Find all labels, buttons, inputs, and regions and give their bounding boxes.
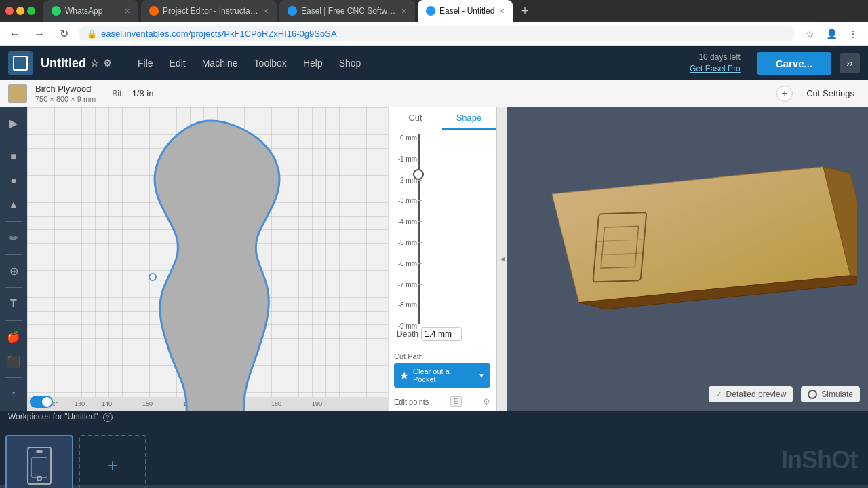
nav-file[interactable]: File <box>131 54 160 73</box>
window-close-btn[interactable] <box>5 7 14 15</box>
back-button[interactable]: ← <box>5 24 24 43</box>
tab-whatsapp[interactable]: WhatsApp × <box>43 0 138 22</box>
workpieces-label-text: Workpieces for "Untitled" <box>8 412 98 421</box>
cut-path-selector[interactable]: ★ Clear out a Pocket ▼ <box>394 363 490 388</box>
simulate-button[interactable]: Simulate <box>801 386 860 402</box>
window-minimize-btn[interactable] <box>16 7 24 15</box>
tab-easel-free-title: Easel | Free CNC Software | Inve... <box>301 6 397 16</box>
phone-home-btn <box>37 476 42 481</box>
nav-help[interactable]: Help <box>296 54 330 73</box>
nav-shop[interactable]: Shop <box>332 54 368 73</box>
star-icon[interactable]: ☆ <box>90 58 99 69</box>
workpiece-icon-1 <box>27 447 52 485</box>
tab-whatsapp-title: WhatsApp <box>65 6 121 16</box>
new-tab-button[interactable]: + <box>515 1 534 20</box>
tab-whatsapp-close[interactable]: × <box>125 5 130 16</box>
target-tool-btn[interactable]: ⊕ <box>3 260 24 282</box>
simulate-icon <box>808 390 817 399</box>
depth-indicator-circle[interactable] <box>413 169 424 180</box>
tab-easel-untitled[interactable]: Easel - Untitled × <box>418 0 513 22</box>
tab-easel-free[interactable]: Easel | Free CNC Software | Inve... × <box>279 0 415 22</box>
nav-toolbox[interactable]: Toolbox <box>248 54 294 73</box>
main-content: ▶ ■ ● ▲ ✏ ⊕ T 🍎 ⬛ ↑ inch 130 140 <box>0 107 868 411</box>
material-info: Birch Plywood 750 × 800 × 9 mm <box>35 83 96 104</box>
depth-mark-4: -4 mm <box>397 218 422 225</box>
toggle-switch[interactable] <box>30 396 53 408</box>
preview-3d <box>507 107 868 411</box>
cut-settings-button[interactable]: Cut Settings <box>801 86 860 101</box>
depth-mark-6: -6 mm <box>397 260 422 267</box>
selection-handle[interactable] <box>149 274 156 280</box>
add-workpiece-button[interactable]: + <box>79 435 146 488</box>
shape-svg[interactable] <box>81 114 353 411</box>
phone-shape <box>27 447 52 485</box>
tab-easel-untitled-close[interactable]: × <box>499 5 505 16</box>
edit-points-button[interactable]: Edit points <box>394 398 429 406</box>
panel-settings-icon[interactable]: ⚙ <box>483 397 490 407</box>
toolbar-divider-6 <box>5 377 22 378</box>
depth-scale: 0 mm -1 mm -2 mm -3 mm <box>397 134 488 324</box>
body-shape-path[interactable] <box>155 121 279 411</box>
nav-machine[interactable]: Machine <box>195 54 245 73</box>
add-material-button[interactable]: + <box>776 86 793 102</box>
add-plus-icon: + <box>107 455 118 476</box>
circle-tool-btn[interactable]: ● <box>3 170 24 191</box>
canvas-area[interactable]: inch 130 140 150 160 170 180 190 <box>27 107 388 411</box>
menu-button[interactable]: ⋮ <box>844 24 863 43</box>
easel-free-favicon <box>288 6 297 16</box>
window-maximize-btn[interactable] <box>27 7 35 15</box>
forward-button[interactable]: → <box>30 24 49 43</box>
detailed-preview-button[interactable]: ✓ Detailed preview <box>709 386 793 402</box>
toolbar-divider-4 <box>5 287 22 288</box>
bit-label: Bit: <box>112 89 123 98</box>
preview-panel: ✓ Detailed preview Simulate <box>507 107 868 411</box>
depth-mark-5: -5 mm <box>397 239 422 246</box>
top-nav: Untitled ☆ ⚙ File Edit Machine Toolbox H… <box>0 46 868 80</box>
app-logo-inner <box>13 56 28 71</box>
cut-path-option-text: Clear out a Pocket <box>413 367 474 383</box>
tab-instructables[interactable]: Project Editor - Instructables × <box>141 0 277 22</box>
depth-mark-8: -8 mm <box>397 301 422 309</box>
nav-edit[interactable]: Edit <box>163 54 193 73</box>
triangle-tool-btn[interactable]: ▲ <box>3 194 24 216</box>
app-logo <box>8 51 33 75</box>
edit-points-row: Edit points E ⚙ <box>389 392 496 411</box>
cut-path-star-icon: ★ <box>399 369 409 382</box>
rectangle-tool-btn[interactable]: ■ <box>3 146 24 168</box>
tab-cut[interactable]: Cut <box>389 107 442 130</box>
expand-button[interactable]: ›› <box>840 53 860 73</box>
depth-input[interactable] <box>421 327 462 341</box>
url-box[interactable]: 🔒 easel.inventables.com/projects/PkF1CPo… <box>79 26 795 41</box>
tab-shape[interactable]: Shape <box>442 107 496 130</box>
depth-axis <box>418 134 420 324</box>
tab-easel-free-close[interactable]: × <box>401 5 407 16</box>
pen-tool-btn[interactable]: ✏ <box>3 227 24 249</box>
depth-mark-3: -3 mm <box>397 197 422 204</box>
material-dimensions: 750 × 800 × 9 mm <box>35 95 96 103</box>
panel-collapse-handle[interactable]: ◀ <box>496 107 507 411</box>
depth-mark-1: -1 mm <box>397 155 422 163</box>
profile-button[interactable]: 👤 <box>822 24 841 43</box>
browser-actions: ☆ 👤 ⋮ <box>800 24 863 43</box>
workpiece-item-1[interactable] <box>5 435 73 488</box>
carve-button[interactable]: Carve... <box>757 52 831 75</box>
cube-tool-btn[interactable]: ⬛ <box>3 351 24 373</box>
preview-controls: ✓ Detailed preview Simulate <box>709 386 860 402</box>
gear-icon[interactable]: ⚙ <box>103 58 112 69</box>
tab-instructables-close[interactable]: × <box>263 5 269 16</box>
inshot-watermark: InShOt <box>781 446 857 474</box>
nav-menu: File Edit Machine Toolbox Help Shop <box>131 54 368 73</box>
depth-label: Depth <box>397 329 418 339</box>
import-tool-btn[interactable]: ↑ <box>3 383 24 405</box>
text-tool-btn[interactable]: T <box>3 293 24 315</box>
apple-shape-btn[interactable]: 🍎 <box>3 326 24 348</box>
collapse-arrow-icon: ◀ <box>500 256 505 262</box>
workpieces-help-icon[interactable]: ? <box>103 413 113 422</box>
reload-button[interactable]: ↻ <box>54 24 73 43</box>
bookmark-button[interactable]: ☆ <box>800 24 819 43</box>
canvas-shape[interactable] <box>81 114 353 411</box>
check-icon: ✓ <box>715 390 722 399</box>
select-tool-btn[interactable]: ▶ <box>3 113 24 134</box>
view-toggle[interactable] <box>30 396 53 408</box>
get-easel-pro-link[interactable]: Get Easel Pro <box>690 63 741 75</box>
